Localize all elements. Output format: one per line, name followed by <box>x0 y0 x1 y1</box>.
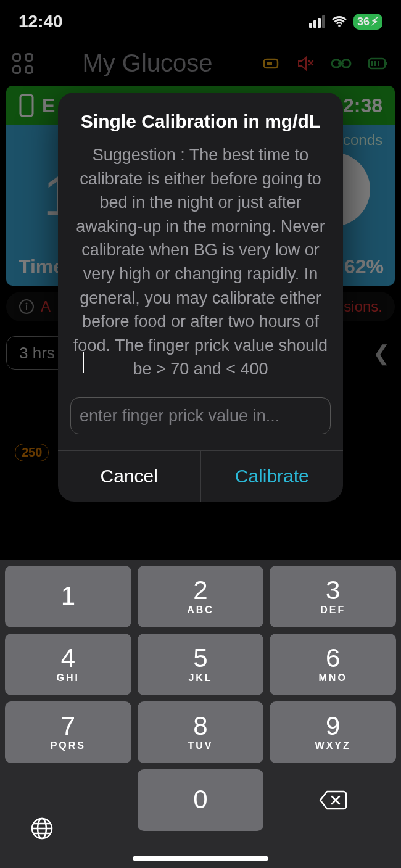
cancel-button[interactable]: Cancel <box>58 451 201 502</box>
calibration-dialog: Single Calibration in mg/dL Suggestion :… <box>58 93 343 502</box>
calibrate-button[interactable]: Calibrate <box>201 451 344 502</box>
home-indicator[interactable] <box>133 856 268 861</box>
dialog-body: Suggestion : The best time to calibrate … <box>58 143 343 397</box>
key-8[interactable]: 8TUV <box>138 701 264 763</box>
key-1[interactable]: 1 <box>5 566 131 627</box>
key-delete[interactable] <box>270 769 396 831</box>
dialog-title: Single Calibration in mg/dL <box>58 93 343 143</box>
key-6[interactable]: 6MNO <box>270 634 396 695</box>
key-blank <box>5 769 131 831</box>
key-0[interactable]: 0 <box>138 769 264 831</box>
backspace-icon <box>318 790 348 811</box>
dialog-actions: Cancel Calibrate <box>58 450 343 502</box>
key-4[interactable]: 4GHI <box>5 634 131 695</box>
key-9[interactable]: 9WXYZ <box>270 701 396 763</box>
calibration-input[interactable] <box>70 397 331 434</box>
key-7[interactable]: 7PQRS <box>5 701 131 763</box>
key-5[interactable]: 5JKL <box>138 634 264 695</box>
numeric-keypad: 1 2ABC 3DEF 4GHI 5JKL 6MNO 7PQRS 8TUV 9W… <box>0 560 401 868</box>
text-cursor <box>83 352 84 373</box>
globe-icon[interactable] <box>30 816 54 843</box>
key-2[interactable]: 2ABC <box>138 566 264 627</box>
key-3[interactable]: 3DEF <box>270 566 396 627</box>
